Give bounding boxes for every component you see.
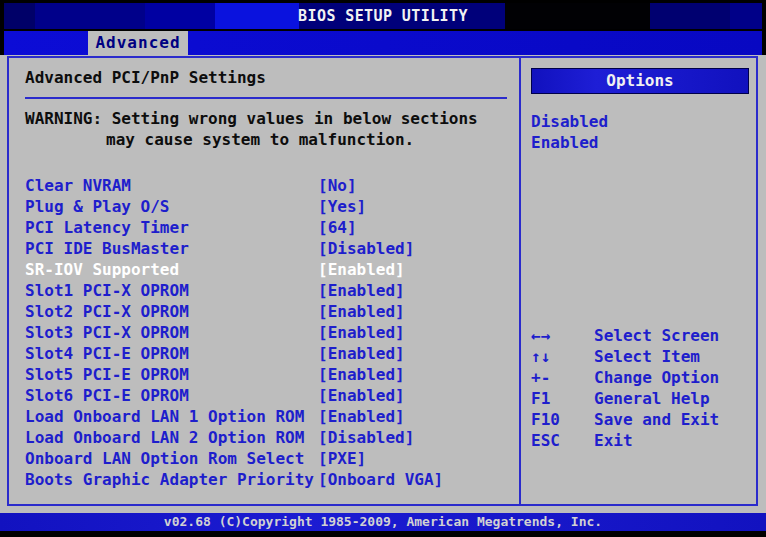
setting-value: [Enabled]: [318, 280, 405, 301]
settings-panel: Advanced PCI/PnP Settings WARNING: Setti…: [9, 58, 519, 504]
key-action: Select Item: [594, 346, 700, 367]
help-panel: Options Disabled Enabled ←→ Select Scree…: [519, 58, 756, 504]
key-help-row: ←→ Select Screen: [531, 325, 754, 346]
options-header: Options: [531, 68, 749, 94]
setting-label: Slot1 PCI-X OPROM: [25, 280, 318, 301]
setting-row[interactable]: Slot4 PCI-E OPROM [Enabled]: [25, 343, 517, 364]
setting-label: PCI Latency Timer: [25, 217, 318, 238]
setting-label: Slot2 PCI-X OPROM: [25, 301, 318, 322]
main-area: Advanced PCI/PnP Settings WARNING: Setti…: [0, 55, 766, 513]
setting-value: [Disabled]: [318, 427, 414, 448]
setting-row[interactable]: Clear NVRAM [No]: [25, 175, 517, 196]
setting-label: Load Onboard LAN 1 Option ROM: [25, 406, 318, 427]
setting-row[interactable]: Slot2 PCI-X OPROM [Enabled]: [25, 301, 517, 322]
setting-row[interactable]: Slot3 PCI-X OPROM [Enabled]: [25, 322, 517, 343]
setting-row[interactable]: Slot1 PCI-X OPROM [Enabled]: [25, 280, 517, 301]
setting-value: [PXE]: [318, 448, 366, 469]
warning-line1: WARNING: Setting wrong values in below s…: [25, 108, 515, 129]
setting-label: Plug & Play O/S: [25, 196, 318, 217]
option-value: Disabled: [531, 111, 756, 132]
tab-advanced-label: Advanced: [95, 33, 180, 52]
bios-screen: BIOS SETUP UTILITY Advanced Advanced PCI…: [0, 0, 766, 537]
window-title: BIOS SETUP UTILITY: [298, 7, 468, 25]
options-header-label: Options: [606, 71, 673, 90]
setting-label: SR-IOV Supported: [25, 259, 318, 280]
title-separator: [25, 97, 507, 99]
setting-value: [Enabled]: [318, 301, 405, 322]
setting-value: [Enabled]: [318, 259, 405, 280]
page-title: Advanced PCI/PnP Settings: [25, 68, 509, 87]
setting-label: Boots Graphic Adapter Priority: [25, 469, 318, 490]
key-name: ←→: [531, 325, 594, 346]
key-name: F1: [531, 388, 594, 409]
setting-row[interactable]: Load Onboard LAN 2 Option ROM [Disabled]: [25, 427, 517, 448]
key-action: Select Screen: [594, 325, 719, 346]
key-action: Change Option: [594, 367, 719, 388]
tab-advanced[interactable]: Advanced: [88, 31, 188, 55]
warning-text: WARNING: Setting wrong values in below s…: [25, 108, 515, 150]
setting-value: [Enabled]: [318, 385, 405, 406]
setting-value: [Yes]: [318, 196, 366, 217]
key-help-legend: ←→ Select Screen ↑↓ Select Item +- Chang…: [531, 325, 754, 451]
setting-row[interactable]: SR-IOV Supported [Enabled]: [25, 259, 517, 280]
key-help-row: +- Change Option: [531, 367, 754, 388]
setting-row[interactable]: Slot5 PCI-E OPROM [Enabled]: [25, 364, 517, 385]
setting-row[interactable]: Plug & Play O/S [Yes]: [25, 196, 517, 217]
key-name: F10: [531, 409, 594, 430]
key-help-row: ESC Exit: [531, 430, 754, 451]
setting-label: Onboard LAN Option Rom Select: [25, 448, 318, 469]
copyright-text: v02.68 (C)Copyright 1985-2009, American …: [164, 514, 602, 529]
setting-label: Clear NVRAM: [25, 175, 318, 196]
setting-label: Slot6 PCI-E OPROM: [25, 385, 318, 406]
key-help-row: F1 General Help: [531, 388, 754, 409]
key-action: Save and Exit: [594, 409, 719, 430]
key-help-row: ↑↓ Select Item: [531, 346, 754, 367]
settings-list: Clear NVRAM [No] Plug & Play O/S [Yes] P…: [25, 175, 517, 490]
setting-value: [Disabled]: [318, 238, 414, 259]
setting-value: [64]: [318, 217, 357, 238]
setting-value: [Enabled]: [318, 406, 405, 427]
key-help-row: F10 Save and Exit: [531, 409, 754, 430]
key-action: General Help: [594, 388, 710, 409]
setting-row[interactable]: Load Onboard LAN 1 Option ROM [Enabled]: [25, 406, 517, 427]
setting-row[interactable]: Slot6 PCI-E OPROM [Enabled]: [25, 385, 517, 406]
status-bar: v02.68 (C)Copyright 1985-2009, American …: [0, 513, 766, 531]
setting-value: [Enabled]: [318, 364, 405, 385]
menu-bar: Advanced: [4, 31, 762, 55]
panel-box: Advanced PCI/PnP Settings WARNING: Setti…: [7, 56, 758, 506]
options-list: Disabled Enabled: [531, 111, 756, 153]
key-name: +-: [531, 367, 594, 388]
setting-value: [Enabled]: [318, 322, 405, 343]
key-name: ESC: [531, 430, 594, 451]
setting-value: [Enabled]: [318, 343, 405, 364]
window-title-bar: BIOS SETUP UTILITY: [4, 3, 762, 29]
option-value: Enabled: [531, 132, 756, 153]
key-name: ↑↓: [531, 346, 594, 367]
setting-row[interactable]: Boots Graphic Adapter Priority [Onboard …: [25, 469, 517, 490]
setting-row[interactable]: Onboard LAN Option Rom Select [PXE]: [25, 448, 517, 469]
setting-row[interactable]: PCI IDE BusMaster [Disabled]: [25, 238, 517, 259]
setting-label: Slot4 PCI-E OPROM: [25, 343, 318, 364]
key-action: Exit: [594, 430, 633, 451]
setting-label: Slot3 PCI-X OPROM: [25, 322, 318, 343]
setting-label: Slot5 PCI-E OPROM: [25, 364, 318, 385]
warning-line2: may cause system to malfunction.: [25, 129, 515, 150]
setting-value: [No]: [318, 175, 357, 196]
setting-label: PCI IDE BusMaster: [25, 238, 318, 259]
setting-row[interactable]: PCI Latency Timer [64]: [25, 217, 517, 238]
setting-label: Load Onboard LAN 2 Option ROM: [25, 427, 318, 448]
setting-value: [Onboard VGA]: [318, 469, 443, 490]
